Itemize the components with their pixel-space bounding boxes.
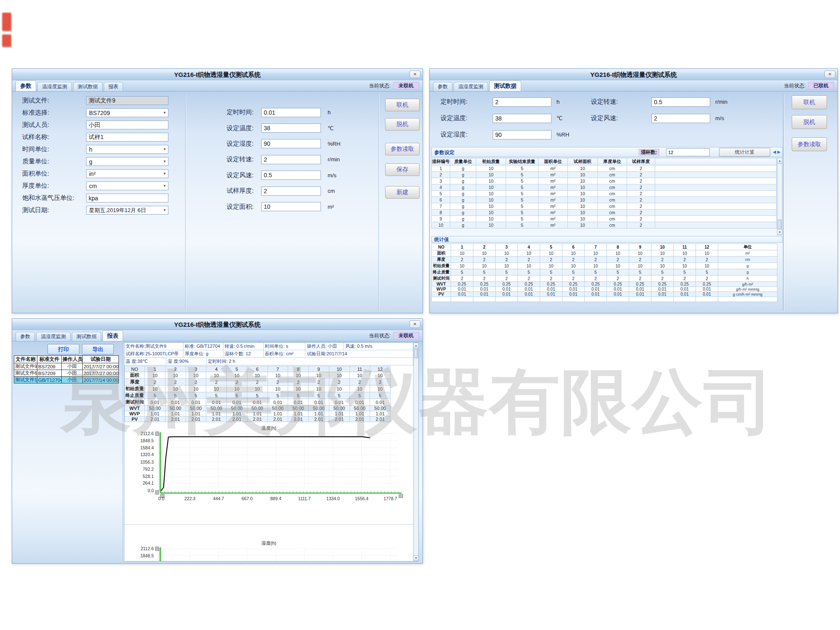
tab-report[interactable]: 报表 [102, 330, 123, 341]
col-header: 3 [496, 244, 518, 250]
sample-thickness-field[interactable] [261, 186, 321, 196]
export-button[interactable]: 导出 [82, 344, 114, 354]
col-header: 质量单位 [450, 158, 476, 165]
connect-button[interactable]: 联机 [385, 99, 420, 111]
table-row[interactable]: 测试文件6BS7209小田2017/7/27 00:00 [14, 370, 119, 377]
thickness-unit-select[interactable]: cm▼ [86, 181, 168, 190]
table-cell: m² [538, 203, 568, 210]
disconnect-button[interactable]: 脱机 [792, 115, 827, 129]
standard-select[interactable]: BS7209▼ [86, 108, 168, 117]
tab-params[interactable]: 参数 [16, 80, 36, 91]
table-cell: 2 [585, 257, 607, 263]
status-label: 当前状态: [369, 82, 391, 89]
cup-count-input[interactable] [666, 148, 710, 156]
time-unit-select[interactable]: h▼ [86, 145, 168, 154]
test-file-field[interactable] [86, 96, 168, 105]
scrollbar[interactable]: ▲ ▼ [777, 158, 782, 235]
table-cell: cm [598, 222, 627, 228]
table-cell: 2 [627, 222, 655, 228]
arrow-left-icon[interactable]: ◀ [773, 150, 777, 154]
new-button[interactable]: 新建 [385, 186, 420, 199]
vapor-pressure-unit-field[interactable] [86, 194, 168, 202]
tab-params[interactable]: 参数 [16, 332, 35, 341]
tab-data[interactable]: 测试数据 [489, 80, 521, 91]
table-cell: 10 [562, 250, 585, 257]
set-temperature-field[interactable] [493, 114, 551, 123]
set-humidity-field[interactable] [493, 130, 551, 139]
connect-button[interactable]: 联机 [792, 95, 827, 109]
set-rotation-field[interactable] [651, 97, 710, 107]
time-unit-select-row: 时间单位:h▼ [22, 143, 184, 155]
scroll-up-icon[interactable]: ▲ [414, 343, 418, 349]
scroll-up-icon[interactable]: ▲ [777, 158, 782, 164]
save-button[interactable]: 保存 [385, 163, 420, 176]
disconnect-button[interactable]: 脱机 [385, 118, 420, 131]
set-area-field[interactable] [261, 202, 321, 211]
scroll-down-icon[interactable]: ▼ [414, 555, 418, 561]
close-icon[interactable]: ✕ [824, 71, 835, 78]
field-value: h [89, 146, 92, 153]
read-params-button[interactable]: 参数读取 [792, 137, 827, 151]
close-icon[interactable]: ✕ [410, 320, 420, 328]
table-cell: 2 [629, 257, 651, 263]
tester-field[interactable] [86, 121, 168, 129]
tab-report[interactable]: 报表 [104, 82, 123, 91]
field-unit: m² [328, 204, 334, 210]
tab-data[interactable]: 测试数据 [72, 332, 101, 341]
table-cell: 5 [585, 269, 607, 276]
table-cell: 0.01 [540, 292, 562, 297]
tab-params[interactable]: 参数 [433, 82, 452, 91]
scroll-thumb[interactable] [414, 349, 418, 358]
set-humidity-field[interactable] [261, 139, 321, 148]
info-cell: 湿杯个数: 12 [223, 350, 264, 357]
test-date-select[interactable]: 星期五,2019年12月 6日▼ [86, 206, 168, 215]
set-rotation-field[interactable] [261, 155, 321, 164]
field-label: 设定湿度: [441, 131, 487, 139]
set-temperature-field[interactable] [261, 123, 321, 133]
table-cell: 2 [696, 257, 718, 263]
calc-stats-button[interactable]: 统计计算 [719, 148, 770, 157]
table-row: PV0.010.010.010.010.010.010.010.010.010.… [432, 292, 777, 297]
pager-arrows[interactable]: ◀▶ [773, 150, 782, 154]
tab-monitor[interactable]: 温湿度监测 [37, 82, 72, 91]
set-wind-field-row: 设定风速:m/s [591, 110, 734, 126]
info-cell: 转速: 0.5 r/min [223, 343, 264, 350]
scroll-thumb[interactable] [778, 220, 782, 229]
tab-monitor[interactable]: 温湿度监测 [454, 82, 488, 91]
table-row[interactable]: 测试文件1GB/T12704小田2017/7/14 00:00 [14, 377, 119, 383]
scroll-down-icon[interactable]: ▼ [777, 229, 782, 235]
set-wind-field[interactable] [651, 114, 710, 123]
field-value: 星期五,2019年12月 6日 [89, 207, 146, 214]
table-cell: 2 [496, 276, 518, 282]
timer-field[interactable] [493, 97, 551, 107]
table-cell: 10 [476, 178, 506, 184]
table-cell: 2 [674, 257, 696, 263]
table-row[interactable]: 测试文件9BS7209小田2017/7/27 00:00 [14, 363, 119, 370]
read-params-button[interactable]: 参数读取 [385, 143, 420, 155]
table-cell: 10 [568, 210, 598, 216]
set-wind-field[interactable] [261, 171, 321, 180]
svg-text:1056.3: 1056.3 [140, 459, 154, 465]
close-icon[interactable]: ✕ [410, 71, 420, 78]
arrow-right-icon[interactable]: ▶ [777, 150, 782, 154]
mass-unit-select[interactable]: g▼ [86, 157, 168, 166]
sample-name-field[interactable] [86, 133, 168, 142]
scrollbar[interactable]: ▲ ▼ [413, 343, 419, 561]
table-cell: 0.01 [651, 287, 674, 292]
timer-field[interactable] [261, 108, 321, 117]
table-cell: 10 [568, 172, 598, 178]
table-cell: 10 [568, 203, 598, 210]
tab-monitor[interactable]: 温湿度监测 [36, 332, 71, 341]
area-unit-select[interactable]: in²▼ [86, 169, 168, 178]
tab-data[interactable]: 测试数据 [73, 82, 102, 91]
table-cell: 5 [506, 197, 538, 203]
table-cell: 5 [349, 392, 370, 399]
field-value: g [89, 158, 92, 165]
col-header: 厚度单位 [598, 158, 627, 165]
table-cell: 0.01 [309, 399, 329, 406]
table-cell: 5 [496, 269, 518, 276]
print-button[interactable]: 打印 [47, 344, 79, 354]
table-cell: cm [598, 191, 627, 197]
col-header: 9 [629, 244, 651, 250]
col-header: 10 [651, 244, 674, 250]
